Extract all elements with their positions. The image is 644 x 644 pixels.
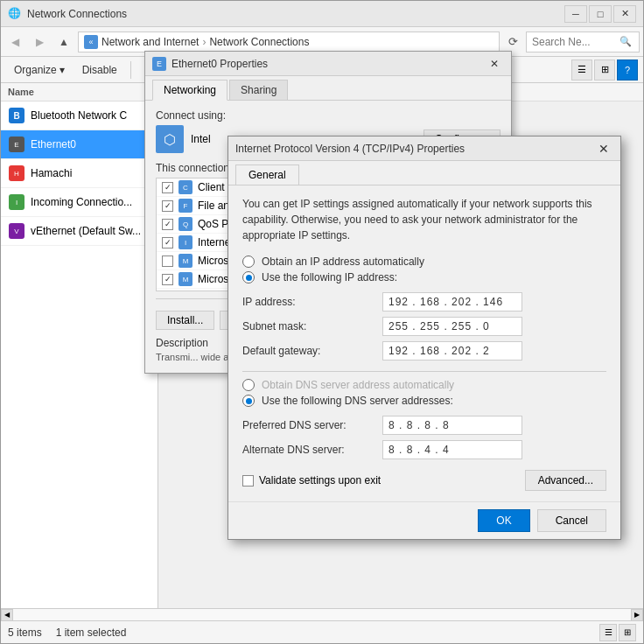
title-controls: ─ □ ✕ [564, 5, 636, 23]
ip-address-input[interactable]: 192 . 168 . 202 . 146 [382, 292, 522, 312]
item-icon-6: M [178, 272, 192, 286]
bluetooth-label: Bluetooth Network C [31, 109, 127, 122]
alternate-dns-input[interactable]: 8 . 8 . 4 . 4 [382, 440, 522, 459]
advanced-button[interactable]: Advanced... [525, 470, 606, 491]
radio-manual-dns[interactable] [242, 395, 255, 407]
item-icon-7: I [178, 290, 192, 291]
item-checkbox-1[interactable]: ✓ [162, 182, 173, 193]
item-checkbox-4[interactable]: ✓ [162, 237, 173, 248]
window-icon: 🌐 [8, 7, 22, 21]
scroll-left-button[interactable]: ◀ [1, 609, 13, 621]
maximize-button[interactable]: □ [589, 5, 612, 23]
radio-auto-dns-label: Obtain DNS server address automatically [262, 379, 454, 391]
radio-auto-dns[interactable] [242, 379, 255, 391]
network-list: Name B Bluetooth Network C E Ethernet0 H… [1, 83, 158, 608]
path-icon: « [84, 35, 98, 49]
properties-close-button[interactable]: ✕ [485, 55, 504, 73]
default-gateway-label: Default gateway: [242, 345, 382, 357]
ip-form: IP address: 192 . 168 . 202 . 146 Subnet… [242, 292, 606, 360]
search-box[interactable]: 🔍 [526, 32, 640, 52]
item-icon-1: C [178, 180, 192, 194]
scroll-right-button[interactable]: ▶ [631, 609, 643, 621]
help-button[interactable]: ? [617, 60, 638, 80]
default-gateway-input[interactable]: 192 . 168 . 202 . 2 [382, 341, 522, 360]
item-icon-5: M [178, 254, 192, 268]
search-icon: 🔍 [620, 36, 632, 47]
ip-radio-group: Obtain an IP address automatically Use t… [242, 256, 606, 284]
list-item[interactable]: I Incoming Connectio... [1, 188, 158, 217]
forward-button[interactable]: ▶ [29, 32, 50, 52]
organize-button[interactable]: Organize ▾ [6, 60, 73, 80]
subnet-mask-value: 255 . 255 . 255 . 0 [388, 320, 490, 332]
cancel-button[interactable]: Cancel [537, 509, 606, 532]
list-item[interactable]: B Bluetooth Network C [1, 102, 158, 130]
adapter-icon: ⬡ [156, 125, 184, 153]
preferred-dns-input[interactable]: 8 . 8 . 8 . 8 [382, 416, 522, 435]
item-checkbox-5[interactable] [162, 256, 173, 267]
back-button[interactable]: ◀ [4, 32, 25, 52]
disable-button[interactable]: Disable [74, 60, 125, 80]
properties-dialog-title: Ethernet0 Properties [172, 58, 485, 70]
minimize-button[interactable]: ─ [564, 5, 587, 23]
status-details-view[interactable]: ☰ [599, 624, 617, 641]
details-view-button[interactable]: ☰ [571, 60, 592, 80]
ip-address-label: IP address: [242, 296, 382, 308]
view-icons: ☰ ⊞ ? [571, 60, 638, 80]
disable-label: Disable [82, 64, 117, 76]
bluetooth-icon: B [8, 107, 25, 124]
up-button[interactable]: ▲ [53, 32, 74, 52]
item-icon-3: Q [178, 217, 192, 231]
list-item[interactable]: H Hamachi [1, 159, 158, 188]
scroll-track[interactable] [13, 609, 631, 621]
dns-radio-group: Obtain DNS server address automatically … [242, 379, 606, 407]
vethernet-label: vEthernet (Default Sw... [31, 225, 141, 237]
tcpip-title-bar: Internet Protocol Version 4 (TCP/IPv4) P… [228, 136, 620, 161]
search-input[interactable] [532, 36, 620, 48]
status-tiles-view[interactable]: ⊞ [619, 624, 636, 641]
list-item[interactable]: V vEthernet (Default Sw... [1, 217, 158, 246]
validate-checkbox[interactable] [242, 475, 254, 486]
incoming-icon: I [8, 193, 25, 211]
refresh-button[interactable]: ⟳ [503, 32, 522, 52]
path-separator: › [202, 36, 206, 48]
tcpip-dialog: Internet Protocol Version 4 (TCP/IPv4) P… [228, 136, 621, 540]
radio-manual-ip[interactable] [242, 271, 255, 284]
tab-networking[interactable]: Networking [152, 80, 228, 101]
item-icon-2: F [178, 199, 192, 213]
preferred-dns-row: Preferred DNS server: 8 . 8 . 8 . 8 [242, 416, 606, 435]
subnet-mask-input[interactable]: 255 . 255 . 255 . 0 [382, 317, 522, 336]
radio-auto-dns-row: Obtain DNS server address automatically [242, 379, 606, 391]
item-checkbox-2[interactable]: ✓ [162, 200, 173, 212]
ethernet-icon: E [8, 136, 25, 153]
radio-auto-ip-row: Obtain an IP address automatically [242, 256, 606, 268]
address-path[interactable]: « Network and Internet › Network Connect… [78, 32, 500, 52]
item-checkbox-6[interactable]: ✓ [162, 274, 173, 285]
install-button[interactable]: Install... [156, 311, 214, 330]
ok-button[interactable]: OK [478, 509, 529, 532]
tiles-view-button[interactable]: ⊞ [594, 60, 615, 80]
status-bar: 5 items 1 item selected ☰ ⊞ [1, 620, 643, 643]
radio-auto-ip[interactable] [242, 256, 255, 268]
radio-auto-ip-label: Obtain an IP address automatically [262, 256, 424, 268]
alternate-dns-row: Alternate DNS server: 8 . 8 . 4 . 4 [242, 440, 606, 459]
ham-icon: H [9, 165, 24, 181]
radio-manual-ip-row: Use the following IP address: [242, 271, 606, 284]
title-bar: 🌐 Network Connections ─ □ ✕ [1, 1, 643, 27]
properties-tabs: Networking Sharing [145, 76, 511, 101]
properties-dialog-icon: E [152, 57, 166, 71]
veth-icon: V [9, 223, 24, 239]
item-icon-4: I [178, 235, 192, 249]
close-button[interactable]: ✕ [613, 5, 636, 23]
tab-general[interactable]: General [235, 164, 299, 185]
preferred-dns-value: 8 . 8 . 8 . 8 [388, 419, 450, 431]
ip-address-value: 192 . 168 . 202 . 146 [388, 296, 503, 308]
item-checkbox-3[interactable]: ✓ [162, 219, 173, 230]
validate-row: Validate settings upon exit [242, 474, 381, 486]
tcpip-dialog-title: Internet Protocol Version 4 (TCP/IPv4) P… [235, 143, 594, 155]
tcpip-close-button[interactable]: ✕ [594, 140, 613, 158]
tab-sharing[interactable]: Sharing [229, 80, 288, 100]
tcpip-description: You can get IP settings assigned automat… [242, 196, 606, 243]
list-item[interactable]: E Ethernet0 [1, 130, 158, 159]
connect-using-label: Connect using: [156, 109, 500, 122]
window-title: Network Connections [27, 8, 564, 20]
